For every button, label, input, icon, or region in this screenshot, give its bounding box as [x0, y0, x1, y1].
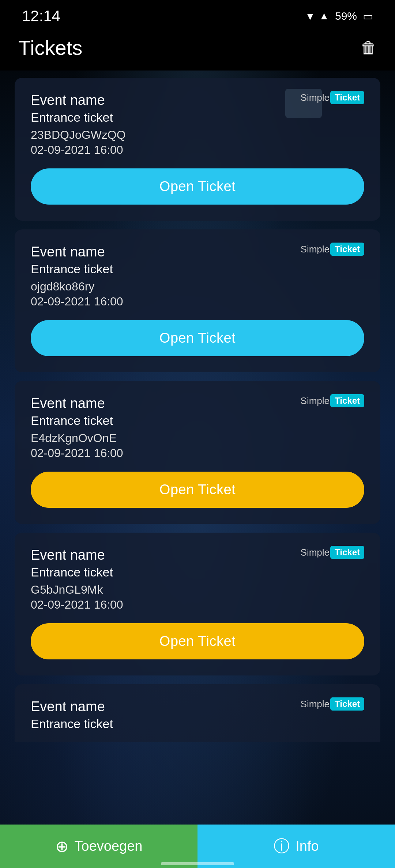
ticket-code-1: 23BDQJoGWzQQ: [31, 128, 364, 142]
signal-icon: ▲: [319, 10, 329, 22]
ticket-type-5: Entrance ticket: [31, 717, 364, 731]
ticket-date-2: 02-09-2021 16:00: [31, 295, 364, 308]
page-header: Tickets 🗑: [0, 28, 395, 71]
wifi-icon: ▾: [307, 9, 313, 23]
battery-icon: ▭: [363, 10, 373, 23]
open-ticket-btn-2[interactable]: Open Ticket: [31, 320, 364, 356]
ticket-date-4: 02-09-2021 16:00: [31, 598, 364, 612]
badge-simple-5: Simple: [301, 698, 330, 710]
open-ticket-btn-1[interactable]: Open Ticket: [31, 168, 364, 205]
bottom-navigation: ⊕ Toevoegen ⓘ Info: [0, 825, 395, 868]
ticket-card-5-partial: Simple Ticket Event name Entrance ticket: [15, 684, 380, 742]
ticket-card-4: Simple Ticket Event name Entrance ticket…: [15, 533, 380, 675]
badge-ticket-1: Ticket: [330, 91, 364, 104]
status-icons: ▾ ▲ 59% ▭: [307, 9, 373, 23]
status-bar: 12:14 ▾ ▲ 59% ▭: [0, 0, 395, 28]
open-ticket-btn-3[interactable]: Open Ticket: [31, 472, 364, 508]
badge-simple-3: Simple: [301, 395, 330, 407]
ticket-code-4: G5bJnGL9Mk: [31, 583, 364, 597]
tickets-list: Simple Ticket Event name Entrance ticket…: [0, 71, 395, 815]
ticket-code-3: E4dzKgnOvOnE: [31, 431, 364, 445]
badge-ticket-2: Ticket: [330, 243, 364, 256]
add-button[interactable]: ⊕ Toevoegen: [0, 825, 198, 868]
info-label: Info: [296, 838, 319, 854]
ticket-card-2: Simple Ticket Event name Entrance ticket…: [15, 229, 380, 372]
badge-simple-4: Simple: [301, 547, 330, 558]
ticket-info-3: Event name Entrance ticket E4dzKgnOvOnE …: [31, 396, 364, 508]
badge-ticket-5: Ticket: [330, 697, 364, 711]
ticket-type-3: Entrance ticket: [31, 414, 364, 428]
badge-simple-2: Simple: [301, 244, 330, 255]
ticket-badge-3: Simple Ticket: [301, 394, 364, 407]
delete-icon[interactable]: 🗑: [361, 39, 377, 57]
ticket-card-1: Simple Ticket Event name Entrance ticket…: [15, 78, 380, 221]
ticket-badge-4: Simple Ticket: [301, 546, 364, 559]
battery-level: 59%: [335, 10, 357, 22]
ticket-type-4: Entrance ticket: [31, 565, 364, 579]
ticket-type-2: Entrance ticket: [31, 262, 364, 276]
open-ticket-btn-4[interactable]: Open Ticket: [31, 623, 364, 659]
status-time: 12:14: [22, 7, 60, 25]
ticket-date-1: 02-09-2021 16:00: [31, 143, 364, 157]
home-indicator: [161, 862, 234, 865]
badge-simple-1: Simple: [301, 92, 330, 103]
info-button[interactable]: ⓘ Info: [198, 825, 395, 868]
ticket-code-2: ojgd8ko86ry: [31, 280, 364, 293]
page-title: Tickets: [18, 36, 82, 60]
badge-ticket-4: Ticket: [330, 546, 364, 559]
ticket-badge-2: Simple Ticket: [301, 243, 364, 256]
ticket-info-2: Event name Entrance ticket ojgd8ko86ry 0…: [31, 244, 364, 356]
badge-ticket-3: Ticket: [330, 394, 364, 407]
info-icon: ⓘ: [274, 835, 290, 857]
add-icon: ⊕: [55, 837, 69, 856]
ticket-date-3: 02-09-2021 16:00: [31, 446, 364, 460]
ticket-badge-5: Simple Ticket: [301, 697, 364, 711]
add-label: Toevoegen: [75, 838, 143, 854]
ticket-badge-1: Simple Ticket: [301, 91, 364, 104]
ticket-card-3: Simple Ticket Event name Entrance ticket…: [15, 381, 380, 524]
ticket-info-4: Event name Entrance ticket G5bJnGL9Mk 02…: [31, 547, 364, 659]
